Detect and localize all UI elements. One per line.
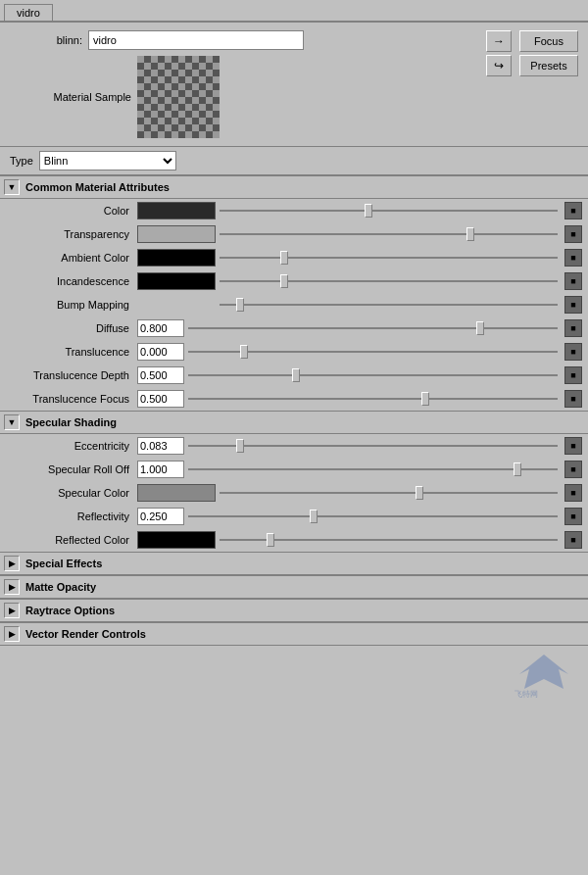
section-special-header[interactable]: ▶ Special Effects: [0, 552, 588, 575]
attr-transparency-swatch[interactable]: [137, 225, 216, 243]
attr-transparency: Transparency ■: [0, 222, 588, 246]
attr-specular-color-thumb[interactable]: [416, 486, 423, 500]
attr-color-track[interactable]: [220, 210, 558, 212]
attr-ambient-map[interactable]: ■: [564, 249, 582, 267]
attr-eccentricity-input[interactable]: [137, 437, 184, 455]
blinn-row: blinn:: [10, 30, 482, 50]
attr-translucence-depth-input[interactable]: [137, 366, 184, 384]
attr-reflectivity: Reflectivity ■: [0, 505, 588, 528]
attr-reflected-color-track[interactable]: [220, 539, 558, 541]
attr-reflectivity-thumb[interactable]: [310, 510, 318, 523]
attr-ambient-track[interactable]: [220, 257, 558, 259]
attr-bump-track[interactable]: [220, 304, 558, 306]
section-raytrace-header[interactable]: ▶ Raytrace Options: [0, 599, 588, 622]
attr-reflectivity-input[interactable]: [137, 508, 184, 525]
attr-reflectivity-slider-container: [184, 515, 562, 517]
attr-reflectivity-track[interactable]: [188, 515, 558, 517]
blinn-input[interactable]: [88, 30, 304, 50]
attr-translucence: Translucence ■: [0, 340, 588, 364]
section-matte-header[interactable]: ▶ Matte Opacity: [0, 575, 588, 599]
attr-reflected-color: Reflected Color ■: [0, 528, 588, 552]
attr-translucence-map[interactable]: ■: [564, 343, 582, 361]
attr-bump-map[interactable]: ■: [564, 296, 582, 314]
attr-eccentricity-track[interactable]: [188, 445, 558, 447]
blinn-label: blinn:: [10, 34, 88, 46]
attr-specular-color-swatch[interactable]: [137, 484, 216, 502]
section-vector-header[interactable]: ▶ Vector Render Controls: [0, 622, 588, 646]
attr-translucence-focus-track[interactable]: [188, 398, 558, 400]
attr-eccentricity-map[interactable]: ■: [564, 437, 582, 455]
attr-diffuse-thumb[interactable]: [476, 321, 484, 335]
attr-reflectivity-map[interactable]: ■: [564, 508, 582, 525]
attr-reflected-color-thumb[interactable]: [267, 533, 274, 547]
attr-specular-color-track[interactable]: [220, 492, 558, 494]
attr-translucence-thumb[interactable]: [240, 345, 248, 359]
attr-translucence-depth-track[interactable]: [188, 374, 558, 376]
attr-translucence-focus-slider-container: [184, 398, 562, 400]
scroll-area[interactable]: ▼ Common Material Attributes Color ■ Tra…: [0, 175, 588, 783]
attr-incandescence-thumb[interactable]: [280, 274, 288, 288]
section-vector-title: Vector Render Controls: [25, 628, 146, 640]
attr-reflected-color-map[interactable]: ■: [564, 531, 582, 549]
type-select[interactable]: Blinn: [39, 151, 176, 170]
attr-incandescence-map[interactable]: ■: [564, 272, 582, 290]
presets-button[interactable]: Presets: [519, 55, 578, 76]
attr-eccentricity-thumb[interactable]: [236, 439, 244, 453]
attr-reflected-color-label: Reflected Color: [0, 534, 137, 546]
attr-color-swatch[interactable]: [137, 202, 216, 219]
attr-bump-thumb[interactable]: [236, 298, 244, 312]
section-raytrace-title: Raytrace Options: [25, 605, 115, 616]
attr-diffuse-input[interactable]: [137, 319, 184, 337]
attr-transparency-label: Transparency: [0, 228, 137, 240]
attr-color-slider-container: [216, 210, 562, 212]
section-common-title: Common Material Attributes: [25, 181, 170, 193]
attr-ambient-swatch[interactable]: [137, 249, 216, 267]
material-swatch[interactable]: [137, 56, 220, 138]
attr-diffuse-track[interactable]: [188, 327, 558, 329]
attr-ambient-label: Ambient Color: [0, 252, 137, 264]
btn-row-1: → Focus: [482, 30, 578, 52]
attr-incandescence-swatch[interactable]: [137, 272, 216, 290]
section-common-arrow: ▼: [4, 179, 20, 195]
focus-button[interactable]: Focus: [519, 30, 578, 52]
attr-ambient-thumb[interactable]: [280, 251, 288, 265]
attr-translucence-depth-slider-container: [184, 374, 562, 376]
watermark-logo: 飞特网: [510, 650, 578, 699]
attr-color-label: Color: [0, 205, 137, 217]
section-special-title: Special Effects: [25, 558, 102, 569]
section-specular-header[interactable]: ▼ Specular Shading: [0, 411, 588, 434]
attr-transparency-thumb[interactable]: [466, 227, 474, 241]
attr-specular-rolloff: Specular Roll Off ■: [0, 458, 588, 481]
tab-vidro[interactable]: vidro: [4, 4, 53, 21]
material-sample-label: Material Sample: [10, 91, 137, 103]
section-matte-title: Matte Opacity: [25, 581, 96, 593]
attr-specular-color-label: Specular Color: [0, 487, 137, 499]
attr-specular-color-map[interactable]: ■: [564, 484, 582, 502]
attr-translucence-track[interactable]: [188, 351, 558, 353]
attr-translucence-focus-map[interactable]: ■: [564, 390, 582, 408]
attr-transparency-map[interactable]: ■: [564, 225, 582, 243]
attr-specular-rolloff-input[interactable]: [137, 461, 184, 478]
attr-transparency-track[interactable]: [220, 233, 558, 235]
attr-specular-rolloff-thumb[interactable]: [514, 462, 521, 476]
section-common-header[interactable]: ▼ Common Material Attributes: [0, 175, 588, 199]
attr-translucence-focus-thumb[interactable]: [421, 392, 429, 406]
attr-translucence-focus: Translucence Focus ■: [0, 387, 588, 411]
export-button[interactable]: ↪: [486, 55, 512, 76]
attr-color-map[interactable]: ■: [564, 202, 582, 219]
attr-incandescence-track[interactable]: [220, 280, 558, 282]
attr-eccentricity-slider-container: [184, 445, 562, 447]
attr-bump-label: Bump Mapping: [0, 299, 137, 311]
attr-translucence-depth-thumb[interactable]: [292, 368, 300, 382]
top-panel: blinn: Material Sample → Focus ↪ Presets: [0, 23, 588, 147]
import-button[interactable]: →: [486, 30, 512, 52]
attr-reflected-color-swatch[interactable]: [137, 531, 216, 549]
attr-specular-rolloff-map[interactable]: ■: [564, 461, 582, 478]
attr-specular-rolloff-track[interactable]: [188, 468, 558, 470]
attr-reflected-color-slider-container: [216, 539, 562, 541]
attr-color-thumb[interactable]: [365, 204, 372, 218]
attr-translucence-depth-map[interactable]: ■: [564, 366, 582, 384]
attr-translucence-input[interactable]: [137, 343, 184, 361]
attr-diffuse-map[interactable]: ■: [564, 319, 582, 337]
attr-translucence-focus-input[interactable]: [137, 390, 184, 408]
